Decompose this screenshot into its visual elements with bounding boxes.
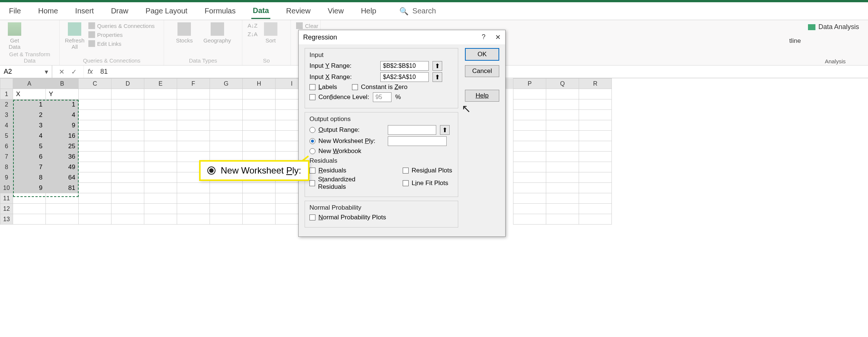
col-header-P[interactable]: P	[513, 79, 546, 89]
y-range-picker-icon[interactable]: ⬆	[433, 61, 442, 71]
name-box[interactable]: A2 ▾	[0, 66, 52, 78]
cell-B6[interactable]: 25	[46, 141, 79, 152]
stocks-button[interactable]: Stocks	[175, 22, 194, 44]
data-analysis-button[interactable]: Data Analysis	[808, 23, 859, 31]
tab-home[interactable]: Home	[37, 4, 59, 18]
enter-formula-icon[interactable]: ✓	[71, 68, 77, 76]
new-worksheet-input[interactable]	[388, 136, 447, 146]
dialog-titlebar[interactable]: Regression ? ✕	[299, 30, 505, 44]
tab-view[interactable]: View	[326, 4, 345, 18]
row-header-12[interactable]: 12	[0, 204, 13, 214]
cell-B9[interactable]: 64	[46, 172, 79, 183]
residual-plots-checkbox[interactable]	[403, 168, 409, 174]
select-all-corner[interactable]	[0, 79, 13, 89]
x-range-picker-icon[interactable]: ⬆	[433, 72, 442, 82]
cell-A10[interactable]: 9	[13, 183, 46, 193]
row-header-13[interactable]: 13	[0, 214, 13, 225]
edit-links-button[interactable]: Edit Links	[88, 40, 155, 47]
clear-icon	[296, 22, 303, 29]
tab-page-layout[interactable]: Page Layout	[144, 4, 189, 18]
cell-A6[interactable]: 5	[13, 141, 46, 152]
tab-review[interactable]: Review	[284, 4, 312, 18]
ribbon-search[interactable]: 🔍 Search	[399, 7, 436, 16]
residuals-checkbox[interactable]	[309, 168, 315, 174]
confidence-value[interactable]	[373, 92, 391, 102]
sort-za-button[interactable]: Z↓A	[248, 31, 258, 37]
tab-file[interactable]: File	[7, 4, 22, 18]
tab-insert[interactable]: Insert	[74, 4, 95, 18]
cell-A9[interactable]: 8	[13, 172, 46, 183]
cell-A4[interactable]: 3	[13, 120, 46, 131]
row-header-8[interactable]: 8	[0, 162, 13, 172]
col-header-B[interactable]: B	[46, 79, 79, 89]
col-header-Q[interactable]: Q	[546, 79, 579, 89]
cancel-button[interactable]: Cancel	[465, 65, 499, 77]
cell-A3[interactable]: 2	[13, 110, 46, 120]
cell-B7[interactable]: 36	[46, 152, 79, 162]
line-fit-checkbox[interactable]	[403, 180, 409, 186]
col-header-R[interactable]: R	[579, 79, 612, 89]
row-header-3[interactable]: 3	[0, 110, 13, 120]
cell-A8[interactable]: 7	[13, 162, 46, 172]
cancel-formula-icon[interactable]: ✕	[59, 68, 65, 76]
properties-button[interactable]: Properties	[88, 31, 155, 38]
cell-A2[interactable]: 1	[13, 99, 46, 110]
row-header-10[interactable]: 10	[0, 183, 13, 193]
tab-help[interactable]: Help	[359, 4, 378, 18]
row-header-4[interactable]: 4	[0, 120, 13, 131]
refresh-all-button[interactable]: Refresh All	[65, 22, 85, 50]
col-header-A[interactable]: A	[13, 79, 46, 89]
name-box-dropdown-icon[interactable]: ▾	[45, 68, 48, 76]
sort-button[interactable]: Sort	[261, 22, 280, 44]
col-header-H[interactable]: H	[243, 79, 276, 89]
cell-B2[interactable]: 1	[46, 99, 79, 110]
ok-button[interactable]: OK	[465, 48, 499, 61]
callout-radio-icon	[207, 166, 216, 175]
row-header-7[interactable]: 7	[0, 152, 13, 162]
tab-data[interactable]: Data	[251, 3, 270, 19]
sort-az-button[interactable]: A↓Z	[248, 22, 258, 29]
get-data-button[interactable]: Get Data	[5, 22, 24, 50]
col-header-C[interactable]: C	[79, 79, 111, 89]
output-range-input[interactable]	[388, 125, 436, 135]
queries-connections-button[interactable]: Queries & Connections	[88, 22, 155, 29]
close-icon[interactable]: ✕	[495, 33, 501, 41]
col-header-F[interactable]: F	[177, 79, 210, 89]
confidence-checkbox[interactable]	[309, 94, 315, 100]
std-residuals-checkbox[interactable]	[309, 180, 315, 186]
normal-prob-checkbox[interactable]	[309, 214, 315, 220]
row-header-5[interactable]: 5	[0, 131, 13, 141]
cell-A7[interactable]: 6	[13, 152, 46, 162]
cell-B3[interactable]: 4	[46, 110, 79, 120]
new-worksheet-radio[interactable]	[309, 138, 315, 144]
input-x-range[interactable]	[380, 72, 429, 82]
clear-button[interactable]: Clear	[296, 22, 318, 29]
col-header-G[interactable]: G	[210, 79, 243, 89]
cell-B4[interactable]: 9	[46, 120, 79, 131]
output-range-picker-icon[interactable]: ⬆	[440, 125, 450, 135]
constant-zero-checkbox[interactable]	[352, 84, 358, 90]
geography-button[interactable]: Geography	[203, 22, 231, 44]
cell-B10[interactable]: 81	[46, 183, 79, 193]
row-header-2[interactable]: 2	[0, 99, 13, 110]
cell-B5[interactable]: 16	[46, 131, 79, 141]
help-icon[interactable]: ?	[482, 33, 485, 41]
tab-draw[interactable]: Draw	[110, 4, 130, 18]
labels-checkbox[interactable]	[309, 84, 315, 90]
row-header-6[interactable]: 6	[0, 141, 13, 152]
cell-A5[interactable]: 4	[13, 131, 46, 141]
cell-A1[interactable]: X	[13, 89, 46, 99]
col-header-E[interactable]: E	[144, 79, 177, 89]
cell-B1[interactable]: Y	[46, 89, 79, 99]
row-header-11[interactable]: 11	[0, 193, 13, 204]
cell-B8[interactable]: 49	[46, 162, 79, 172]
new-workbook-radio[interactable]	[309, 148, 315, 154]
row-header-9[interactable]: 9	[0, 172, 13, 183]
col-header-D[interactable]: D	[111, 79, 144, 89]
help-button[interactable]: Help	[465, 90, 499, 102]
output-range-radio[interactable]	[309, 127, 315, 133]
input-y-range[interactable]	[380, 61, 429, 71]
tab-formulas[interactable]: Formulas	[203, 4, 237, 18]
row-header-1[interactable]: 1	[0, 89, 13, 99]
fx-icon[interactable]: fx	[84, 66, 97, 78]
